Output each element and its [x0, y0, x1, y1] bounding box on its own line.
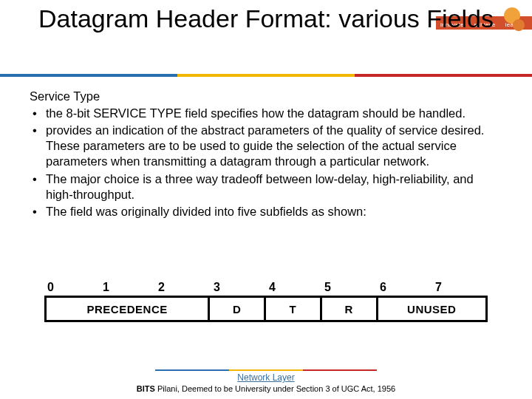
- footer-credit-bold: BITS: [137, 384, 155, 393]
- footer-credit-rest: Pilani, Deemed to be University under Se…: [155, 384, 395, 393]
- bit-index: 0: [44, 281, 100, 294]
- list-item: the 8-bit SERVICE TYPE field specifies h…: [30, 106, 502, 121]
- bit-index: 3: [211, 281, 266, 294]
- bit-index: 2: [155, 281, 211, 294]
- bit-index: 4: [266, 281, 321, 294]
- subheading: Service Type: [30, 89, 502, 104]
- bit-index: 5: [321, 281, 377, 294]
- list-item: The major choice is a three way tradeoff…: [30, 171, 502, 202]
- bit-index: 7: [432, 281, 488, 294]
- field-d: D: [210, 298, 266, 320]
- field-precedence: PRECEDENCE: [47, 298, 210, 320]
- bit-index: 6: [377, 281, 432, 294]
- list-item: The field was originally divided into fi…: [30, 204, 502, 219]
- field-unused: UNUSED: [378, 298, 486, 320]
- footer-link[interactable]: Network Layer: [0, 372, 532, 383]
- slide-footer: Network Layer BITS Pilani, Deemed to be …: [0, 369, 532, 393]
- footer-credit: BITS Pilani, Deemed to be University und…: [0, 384, 532, 393]
- bit-index: 1: [100, 281, 155, 294]
- field-row: PRECEDENCE D T R UNUSED: [44, 296, 488, 322]
- bit-index-row: 0 1 2 3 4 5 6 7: [44, 281, 488, 294]
- title-divider: [0, 74, 532, 77]
- list-item: provides an indication of the abstract p…: [30, 123, 502, 169]
- slide-title: Datagram Header Format: various Fields: [0, 4, 532, 33]
- body-text: Service Type the 8-bit SERVICE TYPE fiel…: [30, 89, 502, 221]
- field-t: T: [266, 298, 322, 320]
- bullet-list: the 8-bit SERVICE TYPE field specifies h…: [30, 106, 502, 219]
- footer-divider: [155, 369, 377, 371]
- bitfield-diagram: 0 1 2 3 4 5 6 7 PRECEDENCE D T R UNUSED: [44, 281, 488, 322]
- field-r: R: [322, 298, 378, 320]
